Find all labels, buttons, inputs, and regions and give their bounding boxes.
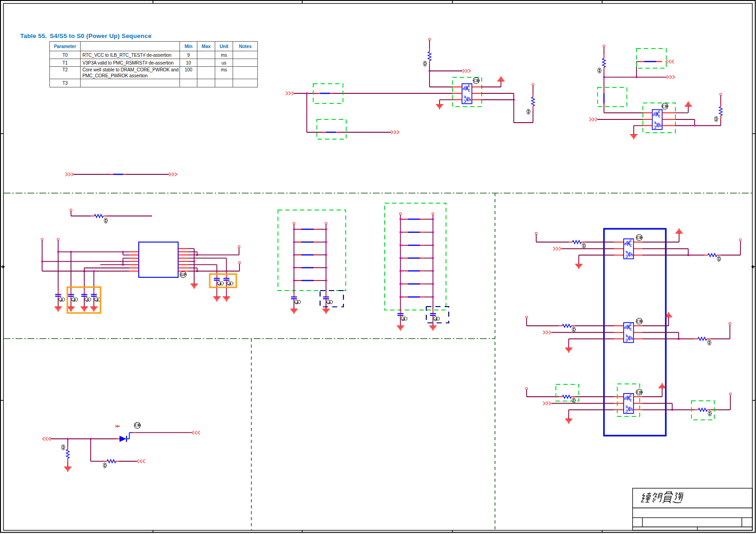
svg-text:CB: CB <box>473 78 479 83</box>
svg-text:CB: CB <box>636 319 642 324</box>
svg-text:CB: CB <box>135 423 140 427</box>
svg-text:CB: CB <box>636 235 642 240</box>
svg-text:GP: GP <box>180 272 186 277</box>
svg-text:CB: CB <box>662 104 668 108</box>
